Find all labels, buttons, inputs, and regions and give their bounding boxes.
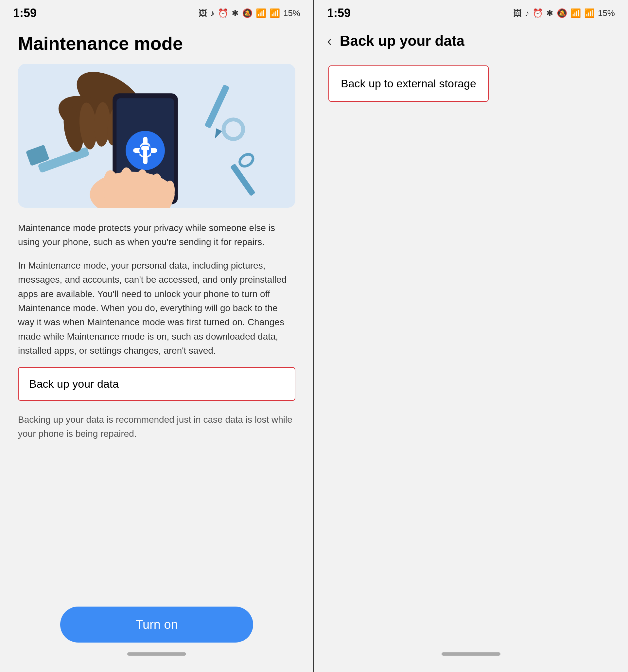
turn-on-label: Turn on (136, 618, 178, 632)
left-phone-panel: 1:59 🖼 ♪ ⏰ ✱ 🔕 📶 📶 15% Maintenance mode (0, 0, 314, 672)
page-title-maintenance: Maintenance mode (18, 33, 295, 54)
backup-data-card[interactable]: Back up your data (18, 367, 295, 401)
bluetooth-icon: ✱ (232, 8, 239, 18)
backup-external-label: Back up to external storage (341, 77, 476, 90)
mute-icon-right: 🔕 (557, 8, 567, 18)
backing-note-text: Backing up your data is recommended just… (18, 412, 295, 441)
battery-right: 15% (598, 8, 615, 18)
signal-icon: 📶 (269, 8, 280, 18)
nav-title-right: Back up your data (340, 33, 464, 49)
description-2: In Maintenance mode, your personal data,… (18, 259, 295, 358)
alarm-icon-right: ⏰ (532, 8, 543, 18)
music-icon-right: ♪ (525, 8, 529, 18)
backup-card-title: Back up your data (29, 378, 284, 390)
bottom-area-right (314, 646, 628, 672)
signal-icon-right: 📶 (584, 8, 595, 18)
status-bar-left: 1:59 🖼 ♪ ⏰ ✱ 🔕 📶 📶 15% (0, 0, 313, 26)
turn-on-button[interactable]: Turn on (60, 606, 253, 643)
music-icon: ♪ (210, 8, 215, 18)
svg-point-10 (228, 125, 238, 134)
gallery-icon: 🖼 (198, 8, 207, 18)
time-right: 1:59 (327, 6, 351, 20)
wifi-icon: 📶 (256, 8, 266, 18)
time-left: 1:59 (13, 6, 37, 20)
gallery-icon-right: 🖼 (513, 8, 522, 18)
status-bar-right: 1:59 🖼 ♪ ⏰ ✱ 🔕 📶 📶 15% (314, 0, 628, 26)
alarm-icon: ⏰ (218, 8, 228, 18)
left-main-content: Maintenance mode (0, 26, 313, 606)
maintenance-illustration (18, 64, 295, 208)
description-1: Maintenance mode protects your privacy w… (18, 221, 295, 249)
right-body: Back up to external storage (314, 56, 628, 646)
battery-left: 15% (283, 8, 300, 18)
backup-external-card[interactable]: Back up to external storage (329, 66, 489, 102)
status-icons-right: 🖼 ♪ ⏰ ✱ 🔕 📶 📶 15% (513, 8, 615, 18)
svg-rect-24 (141, 146, 149, 150)
nav-header-right: ‹ Back up your data (314, 26, 628, 56)
right-phone-panel: 1:59 🖼 ♪ ⏰ ✱ 🔕 📶 📶 15% ‹ Back up your da… (314, 0, 628, 672)
wifi-icon-right: 📶 (571, 8, 581, 18)
back-chevron-icon: ‹ (327, 33, 332, 49)
status-icons-left: 🖼 ♪ ⏰ ✱ 🔕 📶 📶 15% (198, 8, 300, 18)
bluetooth-icon-right: ✱ (546, 8, 553, 18)
mute-icon: 🔕 (242, 8, 252, 18)
bottom-area-left: Turn on (0, 606, 313, 672)
back-button[interactable]: ‹ (327, 33, 332, 49)
home-indicator-right (441, 652, 501, 656)
home-indicator-left (127, 652, 186, 656)
